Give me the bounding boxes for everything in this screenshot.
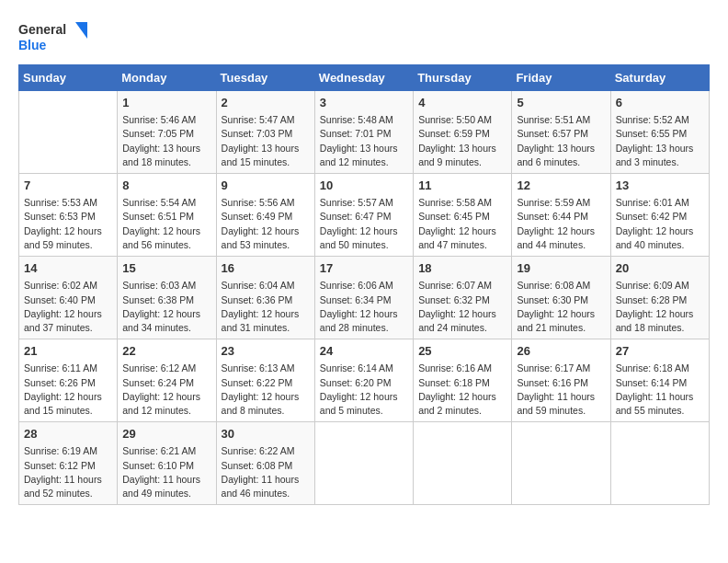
calendar-cell: 25Sunrise: 6:16 AMSunset: 6:18 PMDayligh… <box>414 339 512 422</box>
calendar-cell: 5Sunrise: 5:51 AMSunset: 6:57 PMDaylight… <box>512 91 610 174</box>
day-number: 11 <box>418 178 506 194</box>
day-info: Sunrise: 6:19 AMSunset: 6:12 PMDaylight:… <box>24 444 112 500</box>
day-number: 9 <box>222 178 310 194</box>
day-info: Sunrise: 6:03 AMSunset: 6:38 PMDaylight:… <box>122 279 210 335</box>
calendar-week-row: 7Sunrise: 5:53 AMSunset: 6:53 PMDaylight… <box>19 174 710 257</box>
calendar-cell: 30Sunrise: 6:22 AMSunset: 6:08 PMDayligh… <box>216 422 314 505</box>
day-number: 19 <box>517 260 605 277</box>
calendar-cell <box>610 422 709 505</box>
calendar-cell: 20Sunrise: 6:09 AMSunset: 6:28 PMDayligh… <box>610 257 709 339</box>
day-number: 16 <box>222 260 310 277</box>
svg-text:Blue: Blue <box>18 38 47 52</box>
day-number: 8 <box>122 178 210 194</box>
calendar-table: SundayMondayTuesdayWednesdayThursdayFrid… <box>18 64 710 505</box>
day-number: 27 <box>616 343 704 360</box>
day-info: Sunrise: 6:21 AMSunset: 6:10 PMDaylight:… <box>122 444 210 500</box>
svg-marker-2 <box>75 22 87 39</box>
day-info: Sunrise: 5:53 AMSunset: 6:53 PMDaylight:… <box>24 196 112 252</box>
calendar-cell: 19Sunrise: 6:08 AMSunset: 6:30 PMDayligh… <box>512 257 610 339</box>
weekday-header: Sunday <box>19 65 118 91</box>
calendar-cell: 2Sunrise: 5:47 AMSunset: 7:03 PMDaylight… <box>216 91 314 174</box>
day-number: 21 <box>24 343 112 360</box>
day-number: 30 <box>222 426 310 442</box>
calendar-cell: 23Sunrise: 6:13 AMSunset: 6:22 PMDayligh… <box>216 339 314 422</box>
day-info: Sunrise: 5:52 AMSunset: 6:55 PMDaylight:… <box>616 113 704 169</box>
day-number: 4 <box>418 95 506 111</box>
calendar-cell: 4Sunrise: 5:50 AMSunset: 6:59 PMDaylight… <box>414 91 512 174</box>
calendar-week-row: 21Sunrise: 6:11 AMSunset: 6:26 PMDayligh… <box>19 339 710 422</box>
calendar-cell <box>19 91 118 174</box>
calendar-week-row: 1Sunrise: 5:46 AMSunset: 7:05 PMDaylight… <box>19 91 710 174</box>
calendar-cell: 12Sunrise: 5:59 AMSunset: 6:44 PMDayligh… <box>512 174 610 257</box>
day-number: 15 <box>122 260 210 277</box>
day-info: Sunrise: 6:09 AMSunset: 6:28 PMDaylight:… <box>616 279 704 335</box>
day-info: Sunrise: 5:58 AMSunset: 6:45 PMDaylight:… <box>418 196 506 252</box>
calendar-cell: 21Sunrise: 6:11 AMSunset: 6:26 PMDayligh… <box>19 339 118 422</box>
calendar-cell: 28Sunrise: 6:19 AMSunset: 6:12 PMDayligh… <box>19 422 118 505</box>
calendar-cell: 13Sunrise: 6:01 AMSunset: 6:42 PMDayligh… <box>610 174 709 257</box>
calendar-cell: 24Sunrise: 6:14 AMSunset: 6:20 PMDayligh… <box>314 339 413 422</box>
weekday-header: Saturday <box>610 65 709 91</box>
logo-svg: GeneralBlue <box>18 18 92 55</box>
day-info: Sunrise: 5:46 AMSunset: 7:05 PMDaylight:… <box>122 113 210 169</box>
day-number: 13 <box>616 178 704 194</box>
day-info: Sunrise: 6:12 AMSunset: 6:24 PMDaylight:… <box>122 362 210 418</box>
calendar-cell: 6Sunrise: 5:52 AMSunset: 6:55 PMDaylight… <box>610 91 709 174</box>
day-number: 28 <box>24 426 112 442</box>
day-number: 7 <box>24 178 112 194</box>
calendar-cell: 14Sunrise: 6:02 AMSunset: 6:40 PMDayligh… <box>19 257 118 339</box>
calendar-cell <box>314 422 413 505</box>
page-header: GeneralBlue <box>18 18 710 55</box>
day-info: Sunrise: 6:13 AMSunset: 6:22 PMDaylight:… <box>222 362 310 418</box>
svg-text:General: General <box>18 22 66 37</box>
day-info: Sunrise: 5:59 AMSunset: 6:44 PMDaylight:… <box>517 196 605 252</box>
weekday-header: Monday <box>118 65 216 91</box>
calendar-cell: 16Sunrise: 6:04 AMSunset: 6:36 PMDayligh… <box>216 257 314 339</box>
day-info: Sunrise: 6:16 AMSunset: 6:18 PMDaylight:… <box>418 362 506 418</box>
day-info: Sunrise: 5:47 AMSunset: 7:03 PMDaylight:… <box>222 113 310 169</box>
logo: GeneralBlue <box>18 18 92 55</box>
day-info: Sunrise: 5:48 AMSunset: 7:01 PMDaylight:… <box>320 113 408 169</box>
calendar-cell: 7Sunrise: 5:53 AMSunset: 6:53 PMDaylight… <box>19 174 118 257</box>
weekday-header-row: SundayMondayTuesdayWednesdayThursdayFrid… <box>19 65 710 91</box>
day-info: Sunrise: 6:17 AMSunset: 6:16 PMDaylight:… <box>517 362 605 418</box>
day-number: 23 <box>222 343 310 360</box>
day-info: Sunrise: 5:57 AMSunset: 6:47 PMDaylight:… <box>320 196 408 252</box>
day-info: Sunrise: 6:11 AMSunset: 6:26 PMDaylight:… <box>24 362 112 418</box>
calendar-cell: 8Sunrise: 5:54 AMSunset: 6:51 PMDaylight… <box>118 174 216 257</box>
day-number: 10 <box>320 178 408 194</box>
day-info: Sunrise: 5:51 AMSunset: 6:57 PMDaylight:… <box>517 113 605 169</box>
day-number: 2 <box>222 95 310 111</box>
calendar-cell: 10Sunrise: 5:57 AMSunset: 6:47 PMDayligh… <box>314 174 413 257</box>
weekday-header: Tuesday <box>216 65 314 91</box>
day-number: 1 <box>122 95 210 111</box>
calendar-week-row: 14Sunrise: 6:02 AMSunset: 6:40 PMDayligh… <box>19 257 710 339</box>
day-info: Sunrise: 6:02 AMSunset: 6:40 PMDaylight:… <box>24 279 112 335</box>
calendar-cell: 29Sunrise: 6:21 AMSunset: 6:10 PMDayligh… <box>118 422 216 505</box>
day-number: 6 <box>616 95 704 111</box>
day-info: Sunrise: 5:50 AMSunset: 6:59 PMDaylight:… <box>418 113 506 169</box>
weekday-header: Thursday <box>414 65 512 91</box>
day-number: 3 <box>320 95 408 111</box>
day-number: 25 <box>418 343 506 360</box>
weekday-header: Wednesday <box>314 65 413 91</box>
calendar-cell: 11Sunrise: 5:58 AMSunset: 6:45 PMDayligh… <box>414 174 512 257</box>
calendar-cell: 18Sunrise: 6:07 AMSunset: 6:32 PMDayligh… <box>414 257 512 339</box>
day-info: Sunrise: 6:07 AMSunset: 6:32 PMDaylight:… <box>418 279 506 335</box>
day-info: Sunrise: 6:14 AMSunset: 6:20 PMDaylight:… <box>320 362 408 418</box>
day-number: 12 <box>517 178 605 194</box>
day-number: 26 <box>517 343 605 360</box>
day-number: 22 <box>122 343 210 360</box>
calendar-cell: 1Sunrise: 5:46 AMSunset: 7:05 PMDaylight… <box>118 91 216 174</box>
day-info: Sunrise: 6:01 AMSunset: 6:42 PMDaylight:… <box>616 196 704 252</box>
calendar-cell: 26Sunrise: 6:17 AMSunset: 6:16 PMDayligh… <box>512 339 610 422</box>
day-info: Sunrise: 6:18 AMSunset: 6:14 PMDaylight:… <box>616 362 704 418</box>
day-number: 24 <box>320 343 408 360</box>
calendar-week-row: 28Sunrise: 6:19 AMSunset: 6:12 PMDayligh… <box>19 422 710 505</box>
calendar-cell: 17Sunrise: 6:06 AMSunset: 6:34 PMDayligh… <box>314 257 413 339</box>
calendar-cell: 15Sunrise: 6:03 AMSunset: 6:38 PMDayligh… <box>118 257 216 339</box>
weekday-header: Friday <box>512 65 610 91</box>
day-info: Sunrise: 6:22 AMSunset: 6:08 PMDaylight:… <box>222 444 310 500</box>
calendar-cell <box>512 422 610 505</box>
calendar-cell: 9Sunrise: 5:56 AMSunset: 6:49 PMDaylight… <box>216 174 314 257</box>
